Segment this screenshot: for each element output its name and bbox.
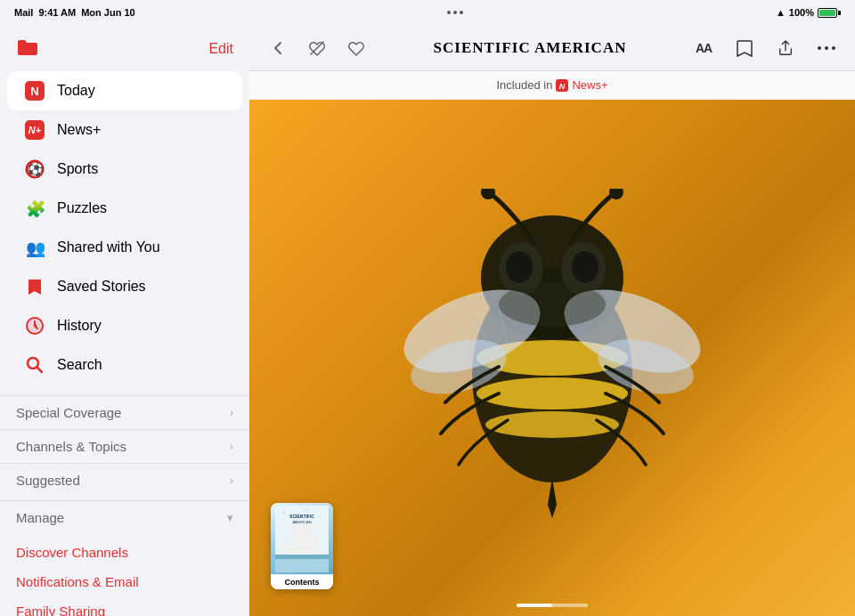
contents-image: SCIENTIFIC AMERICAN	[271, 503, 333, 574]
dot2	[453, 11, 457, 14]
svg-point-9	[27, 318, 43, 334]
notifications-email-item[interactable]: Notifications & Email	[0, 567, 249, 596]
saved-label: Saved Stories	[57, 279, 146, 295]
sidebar-item-newsplus[interactable]: N+ News+	[7, 110, 242, 150]
bee-background: SCIENTIFIC AMERICAN Contents	[249, 100, 855, 616]
share-button[interactable]	[771, 34, 800, 62]
sidebar-item-today[interactable]: N Today	[7, 71, 242, 110]
page-indicator	[517, 604, 588, 607]
newsplus-label: News+	[57, 122, 101, 138]
status-bar: Mail 9:41 AM Mon Jun 10 ▲ 100%	[0, 0, 855, 25]
status-time: 9:41 AM	[38, 7, 76, 18]
svg-text:⚽: ⚽	[28, 162, 44, 177]
svg-text:N: N	[559, 82, 566, 91]
sidebar-header: Edit	[0, 25, 249, 68]
article-toolbar: SCIENTIFIC AMERICAN AA	[249, 25, 855, 71]
svg-text:SCIENTIFIC: SCIENTIFIC	[289, 514, 314, 519]
section-suggested[interactable]: Suggested ›	[0, 463, 249, 497]
search-icon	[23, 353, 46, 377]
toolbar-right: AA	[689, 34, 841, 62]
more-button[interactable]	[812, 34, 841, 62]
svg-point-41	[283, 511, 286, 514]
bee-image: SCIENTIFIC AMERICAN Contents	[249, 100, 855, 616]
news-plus-label: News+	[572, 78, 607, 92]
sports-icon: ⚽	[23, 158, 46, 181]
dot1	[447, 11, 451, 14]
svg-point-21	[485, 411, 619, 438]
sidebar-item-puzzles[interactable]: 🧩 Puzzles	[7, 189, 242, 228]
svg-text:N: N	[30, 85, 38, 98]
included-in-label: Included in	[497, 78, 553, 92]
page-indicator-fill	[517, 604, 552, 607]
battery-icon	[818, 8, 841, 18]
newsplus-icon: N+	[23, 118, 46, 142]
sports-label: Sports	[57, 161, 98, 177]
font-aa-label: AA	[696, 41, 712, 55]
edit-button[interactable]: Edit	[208, 41, 233, 57]
channels-topics-chevron: ›	[230, 440, 233, 453]
status-app-name: Mail	[14, 7, 33, 18]
svg-rect-40	[275, 555, 329, 559]
svg-point-42	[319, 515, 321, 517]
sections-container: Special Coverage › Channels & Topics › S…	[0, 388, 249, 497]
status-bar-right: ▲ 100%	[776, 7, 841, 18]
battery-percent: 100%	[789, 7, 814, 18]
contents-label: Contents	[271, 574, 333, 589]
svg-point-25	[506, 251, 533, 283]
publication-title: SCIENTIFIC AMERICAN	[434, 39, 627, 56]
status-bar-left: Mail 9:41 AM Mon Jun 10	[14, 7, 135, 18]
section-channels-topics[interactable]: Channels & Topics ›	[0, 429, 249, 463]
apple-news-icon: N	[556, 78, 568, 92]
sidebar-nav: N Today N+ News+	[0, 68, 249, 388]
puzzles-label: Puzzles	[57, 200, 107, 216]
bookmark-button[interactable]	[730, 34, 759, 62]
main-layout: Edit N Today N+	[0, 25, 855, 616]
suggested-chevron: ›	[230, 474, 233, 487]
svg-line-11	[37, 368, 43, 373]
svg-point-13	[818, 46, 821, 50]
dot3	[460, 11, 463, 14]
svg-point-33	[499, 282, 606, 327]
family-sharing-item[interactable]: Family Sharing	[0, 596, 249, 616]
sidebar-item-shared[interactable]: 👥 Shared with You	[7, 228, 242, 267]
sidebar-item-saved[interactable]: Saved Stories	[7, 267, 242, 306]
channels-topics-label: Channels & Topics	[16, 439, 126, 454]
status-date: Mon Jun 10	[81, 7, 135, 18]
article-content: SCIENTIFIC AMERICAN Contents	[249, 100, 855, 616]
shared-icon: 👥	[23, 236, 46, 259]
toolbar-center: SCIENTIFIC AMERICAN	[370, 39, 689, 57]
sidebar-item-sports[interactable]: ⚽ Sports	[7, 150, 242, 189]
font-size-button[interactable]: AA	[689, 34, 718, 62]
manage-header[interactable]: Manage ▾	[0, 501, 249, 534]
svg-point-14	[825, 46, 828, 50]
svg-text:N+: N+	[28, 125, 42, 135]
dislike-button[interactable]	[303, 34, 331, 62]
contents-thumbnail[interactable]: SCIENTIFIC AMERICAN Contents	[271, 503, 333, 589]
history-label: History	[57, 318, 102, 334]
puzzles-icon: 🧩	[23, 197, 46, 220]
shared-label: Shared with You	[57, 239, 160, 255]
toolbar-left	[264, 34, 370, 62]
svg-point-26	[572, 251, 598, 283]
content-area: SCIENTIFIC AMERICAN AA	[249, 25, 855, 616]
sidebar-item-history[interactable]: History	[7, 306, 242, 345]
manage-label: Manage	[16, 510, 64, 525]
sidebar-item-search[interactable]: Search	[7, 345, 242, 385]
bee-illustration	[374, 189, 730, 527]
discover-channels-item[interactable]: Discover Channels	[0, 538, 249, 567]
sidebar: Edit N Today N+	[0, 25, 249, 616]
back-button[interactable]	[264, 34, 292, 62]
search-label: Search	[57, 357, 102, 373]
folder-icon	[16, 37, 39, 61]
svg-point-15	[832, 46, 835, 50]
section-special-coverage[interactable]: Special Coverage ›	[0, 395, 249, 429]
like-button[interactable]	[342, 34, 370, 62]
saved-icon	[23, 275, 46, 298]
history-icon	[23, 314, 46, 337]
svg-text:👥: 👥	[26, 239, 45, 257]
today-label: Today	[57, 83, 95, 99]
svg-point-43	[305, 508, 308, 511]
news-plus-badge: Included in N News+	[249, 71, 855, 100]
news-plus-text: Included in N News+	[497, 78, 608, 92]
manage-section: Manage ▾ Discover Channels Notifications…	[0, 500, 249, 616]
